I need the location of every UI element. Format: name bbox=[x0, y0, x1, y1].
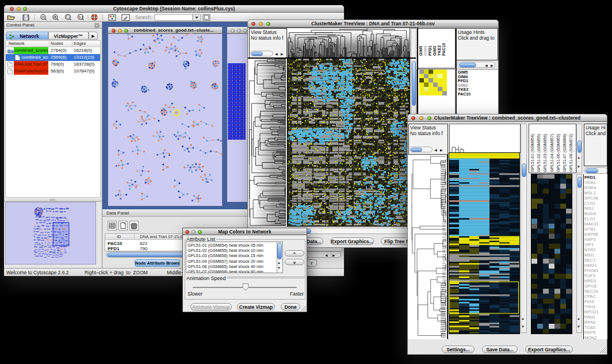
svg-text:1:1: 1:1 bbox=[79, 16, 83, 19]
svg-text:Search:: Search: bbox=[135, 14, 152, 20]
